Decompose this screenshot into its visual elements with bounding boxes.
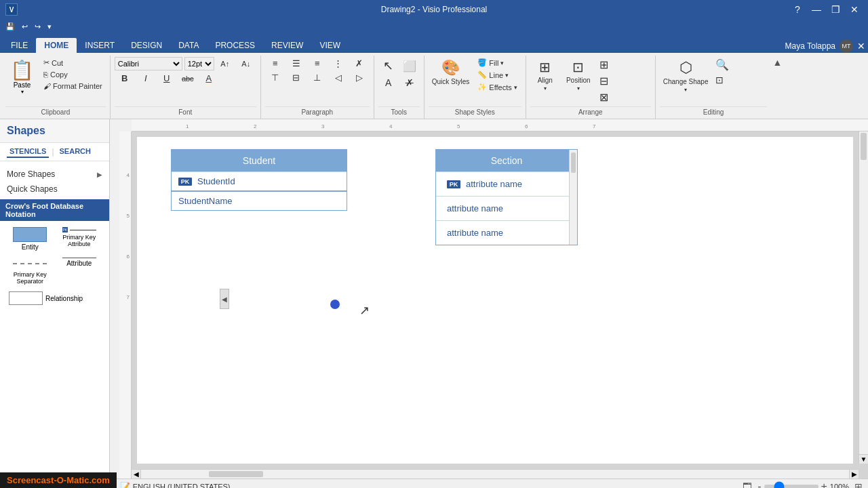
zoom-in-btn[interactable]: + xyxy=(821,481,827,489)
shape-tool-btn[interactable]: ⬜ xyxy=(399,57,420,75)
text-align-mid-btn[interactable]: ⊟ xyxy=(286,71,307,84)
bold-button[interactable]: B xyxy=(115,72,135,85)
ruler-tick-3: 3 xyxy=(321,123,324,129)
spelling-icon: 📝 xyxy=(120,482,130,489)
zoom-slider[interactable] xyxy=(764,485,818,489)
section-table[interactable]: Section PK attribute name attribute name… xyxy=(435,149,578,245)
clear-format-btn[interactable]: ✗ xyxy=(349,57,370,70)
align-left-btn[interactable]: ≡ xyxy=(265,57,285,70)
customize-quick-btn[interactable]: ▾ xyxy=(45,21,54,33)
tab-process[interactable]: PROCESS xyxy=(207,38,263,53)
strikethrough-button[interactable]: abc xyxy=(178,72,198,85)
user-close-btn[interactable]: ✕ xyxy=(857,41,865,52)
sidebar-tabs: STENCILS | SEARCH xyxy=(0,143,109,161)
font-size-decrease-btn[interactable]: A↓ xyxy=(236,57,256,70)
stencil-name: Crow's Foot Database Notation xyxy=(5,202,83,218)
section-attr-row-3[interactable]: attribute name xyxy=(436,220,577,245)
help-button[interactable]: ? xyxy=(789,3,806,16)
decrease-indent-btn[interactable]: ◁ xyxy=(328,71,349,84)
tab-insert[interactable]: INSERT xyxy=(77,38,123,53)
section-attr-row-1[interactable]: PK attribute name xyxy=(436,171,577,196)
italic-button[interactable]: I xyxy=(136,72,156,85)
close-button[interactable]: ✕ xyxy=(846,3,863,16)
canvas[interactable]: Student PK StudentId StudentName Section xyxy=(132,131,868,479)
zoom-out-btn[interactable]: - xyxy=(757,481,761,489)
font-color-icon: A xyxy=(205,73,212,83)
tab-search[interactable]: SEARCH xyxy=(57,146,94,158)
pk-sep-shape-item[interactable]: Primary Key Separator xyxy=(7,256,54,287)
line-button[interactable]: 📏 Line ▾ xyxy=(474,69,520,81)
group-btn[interactable]: ⊞ xyxy=(597,57,651,73)
scrollbar-v-down-btn[interactable]: ▼ xyxy=(859,454,868,464)
maximize-button[interactable]: ❒ xyxy=(827,3,844,16)
increase-indent-btn[interactable]: ▷ xyxy=(349,71,370,84)
font-size-select[interactable]: 12pt. xyxy=(184,57,214,70)
font-name-select[interactable]: Calibri xyxy=(115,57,182,70)
stencil-header[interactable]: Crow's Foot Database Notation xyxy=(0,199,109,221)
tab-stencils[interactable]: STENCILS xyxy=(7,146,49,158)
reorder-btn[interactable]: ⊟ xyxy=(597,73,651,89)
fit-page-btn[interactable]: 🗔 xyxy=(743,481,752,489)
size-btn[interactable]: ⊠ xyxy=(597,89,651,105)
student-id-row[interactable]: PK StudentId xyxy=(172,171,347,190)
format-painter-button[interactable]: 🖌 Format Painter xyxy=(40,81,106,92)
connector-tool-btn[interactable]: ✗ xyxy=(399,76,420,89)
underline-button[interactable]: U xyxy=(157,72,177,85)
entity-shape-item[interactable]: Entity xyxy=(7,225,54,253)
paste-button[interactable]: 📋 Paste ▾ xyxy=(5,57,39,97)
cut-button[interactable]: ✂ Cut xyxy=(40,57,106,68)
tab-design[interactable]: DESIGN xyxy=(123,38,170,53)
quick-styles-button[interactable]: 🎨 Quick Styles xyxy=(429,57,473,87)
fill-button[interactable]: 🪣 Fill ▾ xyxy=(474,57,520,68)
pointer-tool-btn[interactable]: ↖ xyxy=(378,57,399,75)
pk-attr-shape-item[interactable]: PK Primary Key Attribute xyxy=(56,225,103,253)
tab-data[interactable]: DATA xyxy=(170,38,207,53)
student-name-row[interactable]: StudentName xyxy=(172,190,347,210)
align-right-btn[interactable]: ≡ xyxy=(307,57,328,70)
redo-quick-btn[interactable]: ↪ xyxy=(32,21,43,33)
sidebar-collapse-btn[interactable]: ◀ xyxy=(220,289,229,309)
canvas-scrollbar-v[interactable]: ▼ xyxy=(859,131,868,464)
undo-quick-btn[interactable]: ↩ xyxy=(19,21,31,33)
relationship-shape-item[interactable]: Relationship xyxy=(7,289,85,307)
tab-home[interactable]: HOME xyxy=(36,38,77,53)
tab-file[interactable]: FILE xyxy=(3,38,36,53)
fit-window-btn[interactable]: ⊞ xyxy=(854,481,863,489)
align-label: Align xyxy=(538,77,553,84)
font-content: Calibri 12pt. A↑ A↓ B I U abc A xyxy=(115,57,256,105)
find-btn[interactable]: 🔍 xyxy=(713,57,767,73)
save-quick-btn[interactable]: 💾 xyxy=(3,21,18,33)
tab-view[interactable]: VIEW xyxy=(311,38,349,53)
copy-button[interactable]: ⎘ Copy xyxy=(40,69,106,80)
section-attr-row-2[interactable]: attribute name xyxy=(436,196,577,220)
font-size-increase-btn[interactable]: A↑ xyxy=(215,57,235,70)
quick-shapes-menu-item[interactable]: Quick Shapes xyxy=(7,182,102,197)
student-table[interactable]: Student PK StudentId StudentName xyxy=(171,149,347,211)
minimize-button[interactable]: — xyxy=(808,3,825,16)
scrollbar-h-right-btn[interactable]: ▶ xyxy=(849,470,859,479)
change-shape-button[interactable]: ⬡ Change Shape ▾ xyxy=(660,57,712,95)
attribute-shape-item[interactable]: Attribute xyxy=(56,256,103,287)
text-align-bot-btn[interactable]: ⊥ xyxy=(307,71,328,84)
line-icon: 📏 xyxy=(477,70,487,79)
bullet-list-btn[interactable]: ⋮ xyxy=(328,57,349,70)
select-btn[interactable]: ⊡ xyxy=(713,73,767,87)
scrollbar-v-thumb xyxy=(861,133,867,160)
collapse-icon: ◀ xyxy=(222,296,227,303)
tab-review[interactable]: REVIEW xyxy=(263,38,311,53)
effects-button[interactable]: ✨ Effects ▾ xyxy=(474,81,520,93)
canvas-scrollbar-h[interactable]: ◀ ▶ xyxy=(132,469,859,479)
more-shapes-menu-item[interactable]: More Shapes ▶ xyxy=(7,167,102,182)
text-align-top-btn[interactable]: ⊤ xyxy=(265,71,285,84)
section-table-scrollbar[interactable] xyxy=(569,150,577,245)
pk-mini-badge: PK xyxy=(62,227,68,232)
position-button[interactable]: ⊡ Position ▾ xyxy=(561,57,595,94)
align-button[interactable]: ⊞ Align ▾ xyxy=(530,57,560,94)
ribbon-collapse-btn[interactable]: ▲ xyxy=(772,57,782,68)
font-color-button[interactable]: A xyxy=(199,72,219,85)
line-label: Line xyxy=(489,71,503,79)
align-center-btn[interactable]: ☰ xyxy=(286,57,307,70)
scrollbar-h-left-btn[interactable]: ◀ xyxy=(132,470,141,479)
ribbon-collapse-area: ▲ xyxy=(771,56,783,119)
text-tool-btn[interactable]: A xyxy=(378,76,399,89)
